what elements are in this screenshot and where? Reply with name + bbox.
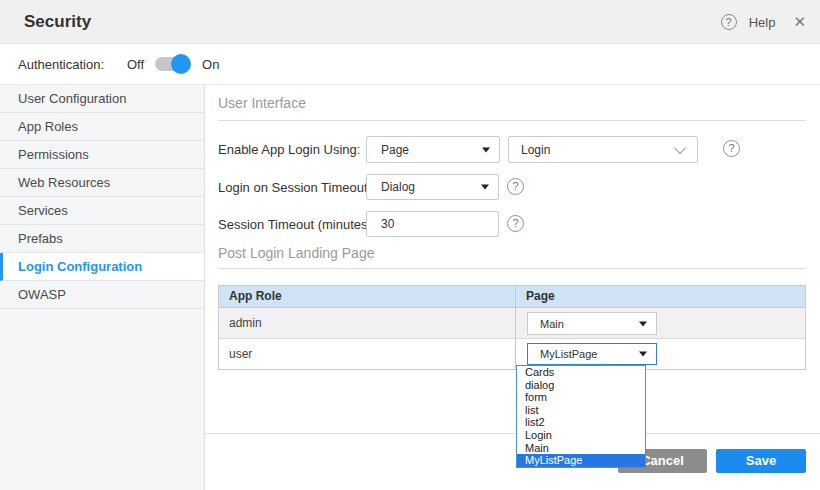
sidebar-item-login-configuration[interactable]: Login Configuration — [0, 253, 204, 281]
toggle-on-label: On — [202, 57, 219, 72]
login-on-timeout-help-icon[interactable]: ? — [507, 178, 524, 195]
timeout-mode-select[interactable]: Dialog — [366, 174, 499, 200]
app-role-cell: admin — [219, 308, 516, 338]
login-on-timeout-label: Login on Session Timeout: — [218, 180, 371, 195]
page-cell: Main — [516, 308, 805, 338]
sidebar-item-permissions[interactable]: Permissions — [0, 141, 204, 169]
dropdown-option-main[interactable]: Main — [517, 442, 645, 455]
user-page-select[interactable]: MyListPage — [527, 343, 657, 365]
dropdown-option-login[interactable]: Login — [517, 429, 645, 442]
close-icon[interactable]: ✕ — [793, 13, 806, 31]
column-header-page: Page — [516, 286, 805, 307]
login-page-select[interactable]: Login — [508, 136, 698, 163]
dropdown-option-dialog[interactable]: dialog — [517, 379, 645, 392]
session-timeout-label: Session Timeout (minutes): — [218, 217, 376, 232]
dropdown-option-list[interactable]: list — [517, 404, 645, 417]
authentication-toggle[interactable] — [155, 54, 191, 74]
post-login-heading: Post Login Landing Page — [218, 245, 374, 261]
login-type-select[interactable]: Page — [366, 136, 500, 163]
dropdown-option-cards[interactable]: Cards — [517, 366, 645, 379]
help-icon[interactable]: ? — [721, 14, 737, 30]
footer-divider — [205, 433, 820, 434]
table-row: user MyListPage — [219, 339, 805, 369]
sidebar-item-services[interactable]: Services — [0, 197, 204, 225]
post-login-table: App Role Page admin Main user MyListPage — [218, 285, 806, 370]
app-role-cell: user — [219, 339, 516, 369]
admin-page-value: Main — [540, 318, 564, 330]
dialog-header: Security ? Help ✕ — [0, 0, 820, 44]
table-header-row: App Role Page — [219, 286, 805, 308]
section-divider — [218, 120, 806, 121]
authentication-label: Authentication: — [18, 57, 113, 72]
column-header-app-role: App Role — [219, 286, 516, 307]
section-divider — [218, 268, 806, 269]
timeout-mode-value: Dialog — [381, 180, 415, 194]
user-page-value: MyListPage — [540, 348, 597, 360]
toggle-knob — [171, 54, 191, 74]
caret-down-icon — [482, 147, 490, 152]
sidebar: User Configuration App Roles Permissions… — [0, 85, 205, 490]
page-dropdown-list: Cards dialog form list list2 Login Main … — [516, 365, 646, 468]
table-row: admin Main — [219, 308, 805, 339]
enable-app-login-label: Enable App Login Using: — [218, 142, 360, 157]
caret-down-icon — [639, 321, 647, 326]
caret-down-icon — [481, 185, 489, 190]
sidebar-item-user-configuration[interactable]: User Configuration — [0, 85, 204, 113]
toggle-off-label: Off — [127, 57, 144, 72]
caret-down-icon — [639, 352, 647, 357]
admin-page-select[interactable]: Main — [527, 312, 657, 335]
help-link[interactable]: Help — [749, 15, 776, 30]
sidebar-item-app-roles[interactable]: App Roles — [0, 113, 204, 141]
sidebar-item-web-resources[interactable]: Web Resources — [0, 169, 204, 197]
enable-app-login-help-icon[interactable]: ? — [723, 140, 740, 157]
login-page-value: Login — [521, 143, 550, 157]
dropdown-option-list2[interactable]: list2 — [517, 416, 645, 429]
sidebar-item-prefabs[interactable]: Prefabs — [0, 225, 204, 253]
page-title: Security — [24, 12, 91, 32]
login-type-value: Page — [381, 143, 409, 157]
session-timeout-input[interactable] — [366, 211, 499, 237]
user-interface-heading: User Interface — [218, 95, 306, 111]
dropdown-option-mylistpage[interactable]: MyListPage — [517, 454, 645, 467]
session-timeout-help-icon[interactable]: ? — [507, 215, 524, 232]
save-button[interactable]: Save — [716, 449, 806, 473]
main-content: User Interface Enable App Login Using: P… — [205, 85, 820, 490]
authentication-bar: Authentication: Off On — [0, 44, 820, 85]
sidebar-item-owasp[interactable]: OWASP — [0, 281, 204, 309]
dropdown-option-form[interactable]: form — [517, 391, 645, 404]
chevron-down-icon — [674, 142, 685, 153]
